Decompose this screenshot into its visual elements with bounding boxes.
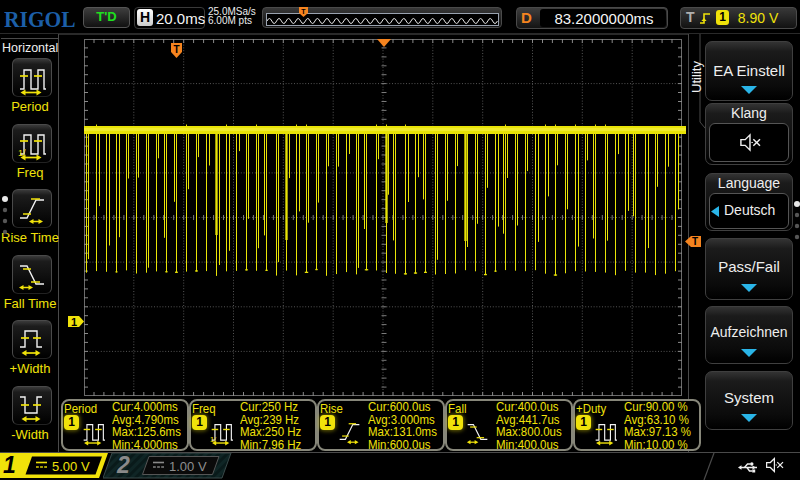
svg-text:1/: 1/ bbox=[210, 435, 217, 444]
svg-text:T: T bbox=[173, 44, 179, 55]
svg-text:1/: 1/ bbox=[18, 148, 26, 158]
svg-text:T: T bbox=[692, 236, 698, 247]
svg-text:1: 1 bbox=[71, 316, 77, 327]
svg-text:T: T bbox=[301, 8, 306, 15]
